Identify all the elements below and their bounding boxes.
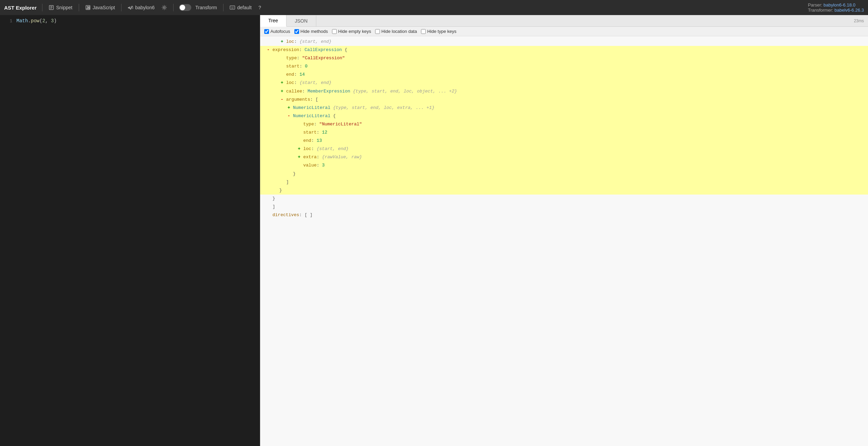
line-number-1: 1 <box>4 18 12 24</box>
tree-line-close-body: } <box>260 195 868 203</box>
collapse-expression[interactable]: - <box>267 46 271 54</box>
tab-tree[interactable]: Tree <box>260 15 286 27</box>
help-label: ? <box>258 5 261 10</box>
option-autofocus[interactable]: Autofocus <box>264 29 290 34</box>
default-label: default <box>237 5 252 10</box>
editor-pane[interactable]: 1 Math.pow(2, 3) <box>0 15 260 446</box>
tree-line-loc-top: + loc: {start, end} <box>260 38 868 46</box>
nav-separator-5 <box>223 4 224 11</box>
parser-info: Parser: babylon6-6.18.0 Transformer: bab… <box>808 2 864 13</box>
nav-separator-3 <box>121 4 122 11</box>
hide-location-data-checkbox[interactable] <box>375 29 380 34</box>
ast-timing: 23ms <box>854 18 864 23</box>
svg-rect-8 <box>230 6 235 10</box>
settings-button[interactable] <box>159 3 169 12</box>
option-hide-methods[interactable]: Hide methods <box>294 29 328 34</box>
transformer-version-link[interactable]: babelv6-6.26.3 <box>834 8 864 13</box>
gear-icon <box>162 5 167 10</box>
help-button[interactable]: ? <box>256 3 263 12</box>
parser-version-link[interactable]: babylon6-6.18.0 <box>824 2 855 8</box>
keyboard-icon <box>230 5 235 10</box>
main-area: 1 Math.pow(2, 3) Tree JSON 23ms Autofocu… <box>0 15 868 446</box>
svg-text:JS: JS <box>87 7 90 10</box>
tree-line-start: start: 0 <box>260 62 868 71</box>
tree-line-close-expr: } <box>260 186 868 195</box>
parser-label: babylon6 <box>135 5 155 10</box>
language-menu[interactable]: JS JavaScript <box>83 3 117 12</box>
tree-line-arguments: - arguments: [ <box>260 96 868 104</box>
parser-menu[interactable]: </> babylon6 <box>126 3 157 12</box>
tree-line-close-num: } <box>260 170 868 178</box>
tree-line-start-12: start: 12 <box>260 128 868 137</box>
hide-location-data-label: Hide location data <box>381 29 417 34</box>
hide-type-keys-checkbox[interactable] <box>421 29 426 34</box>
expand-extra[interactable]: + <box>298 153 302 161</box>
tree-line-type-call: type: "CallExpression" <box>260 54 868 62</box>
hide-empty-keys-label: Hide empty keys <box>338 29 371 34</box>
tree-line-loc-num: + loc: {start, end} <box>260 145 868 153</box>
transform-toggle[interactable] <box>179 4 191 11</box>
transform-label[interactable]: Transform <box>193 3 219 12</box>
expand-num-literal-1[interactable]: + <box>288 104 292 112</box>
nav-separator-1 <box>42 4 42 11</box>
code-line-1: 1 Math.pow(2, 3) <box>0 18 260 25</box>
svg-point-7 <box>163 7 165 9</box>
expand-loc-num[interactable]: + <box>298 145 302 153</box>
option-hide-location-data[interactable]: Hide location data <box>375 29 417 34</box>
code-content-1: Math.pow(2, 3) <box>16 18 57 24</box>
snippet-label: Snippet <box>56 5 72 10</box>
option-hide-type-keys[interactable]: Hide type keys <box>421 29 456 34</box>
ast-content[interactable]: + loc: {start, end} - expression: CallEx… <box>260 36 868 446</box>
collapse-num-literal-2[interactable]: - <box>288 112 292 120</box>
parser-info-label: Parser: <box>808 2 822 8</box>
snippet-menu[interactable]: Snippet <box>47 3 74 12</box>
expand-loc-call[interactable]: + <box>281 79 285 87</box>
tree-line-value: value: 3 <box>260 161 868 170</box>
js-label: JavaScript <box>93 5 115 10</box>
tree-line-end-13: end: 13 <box>260 137 868 145</box>
tree-line-end: end: 14 <box>260 71 868 79</box>
parser-info-block: Parser: babylon6-6.18.0 Transformer: bab… <box>808 2 864 13</box>
tree-line-num-literal-1: + NumericLiteral {type, start, end, loc,… <box>260 104 868 112</box>
hide-methods-checkbox[interactable] <box>294 29 299 34</box>
tree-line-expression: - expression: CallExpression { <box>260 46 868 54</box>
ast-options: Autofocus Hide methods Hide empty keys H… <box>260 27 868 36</box>
toggle-knob <box>180 5 185 10</box>
snippet-icon <box>49 5 54 10</box>
svg-text:</>: </> <box>128 5 133 10</box>
tree-line-directives: directives: [ ] <box>260 211 868 219</box>
expand-loc-top[interactable]: + <box>281 38 285 46</box>
tree-line-close-arr: ] <box>260 203 868 211</box>
tree-line-type-num: type: "NumericLiteral" <box>260 120 868 128</box>
default-menu[interactable]: default <box>228 3 254 12</box>
tree-line-num-literal-2: - NumericLiteral { <box>260 112 868 120</box>
hide-methods-label: Hide methods <box>301 29 328 34</box>
tree-line-close-args: ] <box>260 178 868 186</box>
autofocus-checkbox[interactable] <box>264 29 269 34</box>
tree-line-callee: + callee: MemberExpression {type, start,… <box>260 87 868 96</box>
js-icon: JS <box>85 5 91 10</box>
nav-separator-2 <box>79 4 79 11</box>
hide-type-keys-label: Hide type keys <box>427 29 456 34</box>
tree-line-loc-call: + loc: {start, end} <box>260 79 868 87</box>
tab-json[interactable]: JSON <box>286 15 316 26</box>
parser-icon: </> <box>128 5 133 10</box>
nav-separator-4 <box>173 4 174 11</box>
hide-empty-keys-checkbox[interactable] <box>332 29 337 34</box>
option-hide-empty-keys[interactable]: Hide empty keys <box>332 29 371 34</box>
expand-callee[interactable]: + <box>281 88 285 95</box>
ast-tabs: Tree JSON 23ms <box>260 15 868 27</box>
collapse-arguments[interactable]: - <box>281 96 285 103</box>
tree-line-extra: + extra: {rawValue, raw} <box>260 153 868 161</box>
transform-toggle-wrap[interactable]: Transform <box>179 3 219 12</box>
topbar: AST Explorer Snippet JS JavaScript </> b… <box>0 0 868 15</box>
ast-pane: Tree JSON 23ms Autofocus Hide methods Hi… <box>260 15 868 446</box>
autofocus-label: Autofocus <box>270 29 290 34</box>
transformer-info-label: Transformer: <box>808 8 833 13</box>
brand-title: AST Explorer <box>4 5 37 11</box>
